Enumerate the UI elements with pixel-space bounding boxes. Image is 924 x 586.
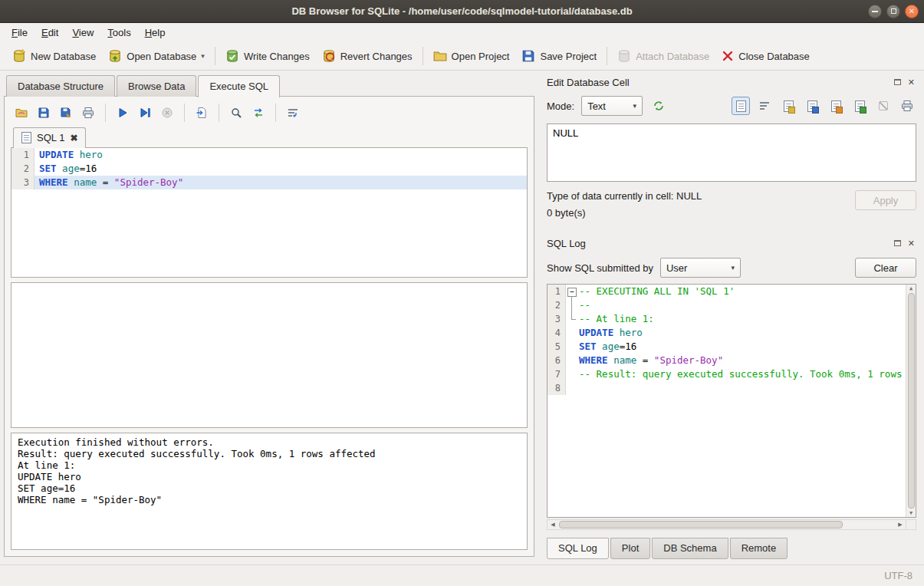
close-tab-icon[interactable]: ✖ — [70, 133, 77, 143]
export-cell-button[interactable] — [850, 97, 869, 115]
minimize-button[interactable] — [868, 5, 882, 18]
stop-execution-button[interactable] — [158, 104, 176, 122]
menu-bar: File Edit View Tools Help — [0, 23, 924, 42]
scrollbar-thumb[interactable] — [559, 521, 843, 528]
scroll-down-icon[interactable]: ▼ — [909, 510, 912, 516]
left-panel: Database Structure Browse Data Execute S… — [0, 71, 539, 565]
save-cell-button[interactable] — [803, 97, 821, 115]
cell-info-row: Type of data currently in cell: NULL 0 b… — [547, 190, 916, 229]
message-line: WHERE name = "Spider-Boy" — [18, 494, 521, 505]
float-dock-icon[interactable] — [894, 240, 901, 246]
scroll-up-icon[interactable]: ▲ — [909, 285, 912, 291]
menu-view[interactable]: View — [65, 24, 100, 41]
execute-current-line-button[interactable] — [136, 104, 154, 122]
close-dock-icon[interactable]: ✕ — [908, 239, 915, 248]
tab-remote[interactable]: Remote — [730, 538, 788, 559]
close-database-icon — [722, 50, 734, 62]
find-button[interactable] — [227, 104, 245, 122]
execute-all-button[interactable] — [113, 104, 132, 122]
new-database-icon — [12, 49, 26, 63]
sql-tab[interactable]: SQL 1 ✖ — [13, 127, 86, 148]
toolbar-separator — [607, 47, 607, 65]
menu-file[interactable]: File — [5, 24, 35, 41]
print-cell-button[interactable] — [898, 97, 916, 115]
maximize-button[interactable] — [886, 5, 900, 18]
titlebar[interactable]: DB Browser for SQLite - /home/user/code/… — [0, 0, 924, 23]
revert-changes-button[interactable]: Revert Changes — [316, 45, 419, 67]
execution-messages[interactable]: Execution finished without errors.Result… — [11, 433, 528, 550]
fold-gutter — [566, 298, 577, 312]
word-wrap-button[interactable] — [284, 104, 302, 122]
vertical-scrollbar[interactable]: ▲ ▼ — [906, 285, 916, 517]
maximize-icon — [891, 8, 896, 14]
tab-execute-sql[interactable]: Execute SQL — [198, 75, 280, 97]
save-sql-as-button[interactable] — [57, 104, 75, 122]
sql-log-viewer[interactable]: 1-- EXECUTING ALL IN 'SQL 1'2--3-- At li… — [547, 284, 916, 518]
tab-plot[interactable]: Plot — [610, 538, 650, 559]
set-null-button[interactable] — [874, 97, 893, 115]
main-toolbar: New Database Open Database ▾ Write Chang… — [0, 42, 924, 71]
fold-gutter — [566, 381, 577, 395]
open-database-button[interactable]: Open Database ▾ — [102, 45, 211, 67]
sql-editor[interactable]: 1UPDATE hero2SET age=163WHERE name = "Sp… — [11, 147, 528, 278]
toolbar-separator — [215, 47, 215, 65]
tab-sql-log[interactable]: SQL Log — [547, 538, 609, 559]
app-window: DB Browser for SQLite - /home/user/code/… — [0, 0, 924, 586]
autoformat-button[interactable] — [649, 97, 668, 115]
code-line: 5SET age=16 — [547, 340, 906, 354]
mode-select[interactable]: Text ▾ — [581, 96, 643, 116]
tab-database-structure[interactable]: Database Structure — [6, 75, 115, 97]
cell-value-editor[interactable]: NULL — [547, 123, 916, 182]
new-database-button[interactable]: New Database — [6, 45, 102, 67]
cell-word-wrap-button[interactable] — [755, 97, 774, 115]
save-sql-file-button[interactable] — [35, 104, 53, 122]
open-sql-file-button[interactable] — [12, 104, 31, 122]
text-view-button[interactable] — [732, 97, 750, 115]
cell-toolbar — [732, 97, 916, 115]
close-dock-icon[interactable]: ✕ — [908, 78, 915, 87]
write-changes-button[interactable]: Write Changes — [219, 45, 316, 67]
print-sql-button[interactable] — [79, 104, 97, 122]
scrollbar-thumb[interactable] — [908, 293, 915, 509]
attach-database-button[interactable]: Attach Database — [611, 45, 715, 67]
menu-help[interactable]: Help — [138, 24, 173, 41]
fold-marker-icon[interactable] — [566, 285, 577, 298]
menu-tools[interactable]: Tools — [100, 24, 137, 41]
log-filter-select[interactable]: User ▾ — [660, 258, 741, 278]
results-grid[interactable] — [11, 282, 528, 428]
code-line: 4UPDATE hero — [547, 326, 906, 340]
toolbar-separator — [105, 104, 106, 122]
chevron-down-icon[interactable]: ▾ — [201, 52, 205, 60]
encoding-indicator[interactable]: UTF-8 — [884, 570, 912, 581]
bottom-tab-bar: SQL Log Plot DB Schema Remote — [547, 538, 916, 559]
code-line: 3-- At line 1: — [547, 312, 906, 326]
replace-button[interactable] — [249, 104, 268, 122]
tab-db-schema[interactable]: DB Schema — [652, 538, 728, 559]
save-file-icon — [807, 100, 817, 112]
open-into-cell-button[interactable] — [779, 97, 797, 115]
float-dock-icon[interactable] — [894, 79, 901, 85]
document-icon — [736, 100, 746, 112]
clear-log-button[interactable]: Clear — [855, 258, 916, 278]
close-database-button[interactable]: Close Database — [715, 46, 816, 66]
tab-browse-data[interactable]: Browse Data — [117, 75, 196, 97]
play-icon — [117, 107, 129, 119]
open-database-label: Open Database — [127, 51, 196, 62]
export-results-button[interactable] — [192, 104, 211, 122]
fold-gutter — [566, 367, 577, 381]
horizontal-scrollbar[interactable]: ◀ ▶ — [547, 519, 916, 530]
sql-log-dock-header: SQL Log ✕ — [547, 235, 916, 252]
scroll-right-icon[interactable]: ▶ — [895, 522, 906, 528]
open-project-button[interactable]: Open Project — [427, 45, 516, 67]
import-cell-button[interactable] — [827, 97, 845, 115]
close-window-button[interactable]: ✕ — [905, 5, 919, 18]
right-panel: Edit Database Cell ✕ Mode: Text ▾ — [539, 71, 924, 565]
save-project-icon — [521, 49, 535, 63]
message-line: SET age=16 — [18, 482, 521, 494]
save-project-button[interactable]: Save Project — [515, 45, 603, 67]
edit-cell-title: Edit Database Cell — [547, 77, 894, 88]
menu-edit[interactable]: Edit — [35, 24, 65, 41]
scroll-left-icon[interactable]: ◀ — [547, 522, 558, 528]
apply-button[interactable]: Apply — [855, 190, 916, 210]
code-line: 7-- Result: query executed successfully.… — [547, 367, 906, 381]
